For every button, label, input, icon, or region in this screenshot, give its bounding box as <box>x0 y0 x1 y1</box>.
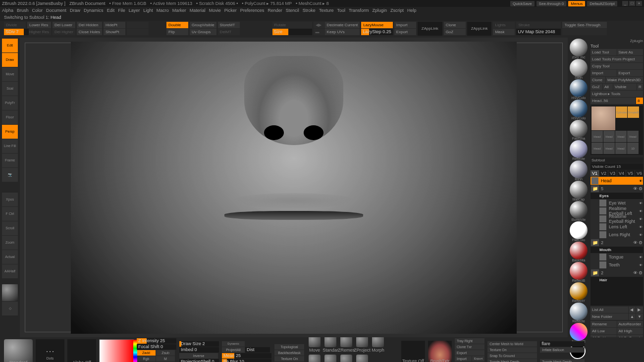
eye-icon[interactable]: 👁 <box>633 270 638 275</box>
vis-tab-v1[interactable]: V1 <box>590 170 599 176</box>
actual-button[interactable]: Actual <box>2 250 18 264</box>
subtool-item[interactable]: Realtime Eyeball Right👁 <box>590 215 643 223</box>
vis-tab-v4[interactable]: V4 <box>617 170 626 176</box>
tool-thumb[interactable]: Head <box>591 143 603 154</box>
eye-icon[interactable]: 👁 <box>639 256 643 259</box>
material-ball[interactable] <box>570 140 588 158</box>
eye-icon[interactable]: 👁 <box>639 263 643 267</box>
imbed-slider[interactable]: Imbed 0 <box>179 347 219 353</box>
maximize-icon[interactable]: □ <box>629 1 635 6</box>
material-ball[interactable] <box>570 282 588 300</box>
texture-on-button[interactable]: Texture On <box>274 356 304 362</box>
menu-alpha[interactable]: Alpha <box>2 8 13 13</box>
eye-icon[interactable]: 👁 <box>639 225 643 229</box>
subtool-folder[interactable]: 📁5👁⚙ <box>590 185 643 193</box>
floor-button[interactable]: Floor <box>2 110 18 124</box>
subtool-item[interactable]: Head👁 <box>590 177 643 185</box>
lazy-step-slider[interactable]: LazyStep 0.25 <box>361 29 393 35</box>
export-button[interactable]: Export <box>394 29 416 35</box>
hide-pt-button[interactable]: HidePt <box>104 22 125 28</box>
material-ball[interactable] <box>570 242 588 259</box>
backface-mask-button[interactable]: BackfaceMask <box>274 350 304 356</box>
flare-slider[interactable]: flare <box>540 341 585 347</box>
subtool-folder[interactable]: 📁2👁⚙ <box>590 239 643 247</box>
decimate-button[interactable]: Decimate Current <box>325 22 360 28</box>
focal-shift-slider[interactable]: Focal Shift 0 <box>137 344 176 350</box>
subtool-folder[interactable]: 📁2👁⚙ <box>590 269 643 277</box>
goz-tool-button[interactable]: GoZ <box>590 84 602 90</box>
del-lower-button[interactable]: Del Lower <box>53 22 75 28</box>
clone-txr-button[interactable]: Clone Txr <box>455 344 484 350</box>
close-icon[interactable]: × <box>636 1 642 6</box>
list-all-button[interactable]: List All <box>590 307 628 313</box>
xpos-button[interactable]: Xpos <box>2 193 18 207</box>
tool-thumb[interactable]: Head <box>615 131 627 142</box>
eye-icon[interactable]: 👁 <box>633 186 638 191</box>
show-pt-button[interactable]: ShowPt <box>104 29 125 35</box>
minimize-icon[interactable]: _ <box>622 1 628 6</box>
scroll-button[interactable]: Scroll <box>2 221 18 235</box>
cube-icon[interactable]: ◇ <box>2 302 18 315</box>
menus-button[interactable]: Menus <box>568 1 585 6</box>
material-ball[interactable] <box>570 120 588 138</box>
fctrl-button[interactable]: F Ctrl <box>2 207 18 221</box>
default-zscript-button[interactable]: DefaultZScript <box>587 1 617 6</box>
load-tool-button[interactable]: Load Tool <box>590 49 617 55</box>
brush-picker[interactable]: Standard <box>4 339 33 362</box>
material-ball[interactable] <box>570 39 588 56</box>
menu-zplugin[interactable]: Zplugin <box>373 8 387 13</box>
menu-marker[interactable]: Marker <box>172 8 186 13</box>
dist-slider[interactable]: Dist 0.0035 <box>245 347 270 353</box>
del-hidden-button[interactable]: Del Hidden <box>77 22 102 28</box>
copy-tool-button[interactable]: Copy Tool <box>590 63 643 69</box>
menu-movie[interactable]: Movie <box>209 8 221 13</box>
texture-off-picker[interactable]: Texture Off <box>401 341 425 362</box>
viewport[interactable] <box>20 38 568 337</box>
menu-color[interactable]: Color <box>32 8 43 13</box>
import-tool-button[interactable]: Import <box>590 70 617 76</box>
material-ball[interactable] <box>570 79 588 97</box>
uv-map-size-slider[interactable]: UV Map Size 2048 <box>516 29 561 35</box>
menu-stencil[interactable]: Stencil <box>286 8 299 13</box>
texture-on-button-2[interactable]: Texture On <box>487 347 537 353</box>
tool-thumb[interactable]: Head <box>627 131 639 142</box>
project-all-button[interactable]: ProjectAll <box>222 347 245 353</box>
tool-thumb[interactable]: Head <box>591 131 603 142</box>
scale-button[interactable]: Scal <box>2 82 18 96</box>
export-texture-button[interactable]: Export <box>455 350 484 356</box>
zapplink-button-2[interactable]: ZAppLink <box>467 22 492 36</box>
quicksave-button[interactable]: QuickSave <box>510 1 535 6</box>
import-texture-button[interactable]: Import <box>455 356 472 362</box>
size-slider[interactable]: Size <box>272 29 312 35</box>
subtool-item[interactable]: Tongue👁 <box>590 253 643 261</box>
mean-slider[interactable]: Mean 25 <box>222 353 271 359</box>
zadd-button[interactable]: Zadd <box>137 350 156 356</box>
material-ball[interactable] <box>570 201 588 219</box>
z-intensity-slider[interactable]: Z Intensity 25 <box>137 338 176 344</box>
export-tool-button[interactable]: Export <box>617 70 644 76</box>
toggle-mask-depth-button-2[interactable]: Toggle Mask Depth <box>540 359 585 362</box>
draw-size-slider[interactable]: Draw Size 2 <box>179 341 219 347</box>
all-high-button[interactable]: All High <box>617 328 644 334</box>
rename-button[interactable]: Rename <box>590 321 617 327</box>
vis-tab-v5[interactable]: V5 <box>626 170 635 176</box>
lazy-mouse-button[interactable]: LazyMouse <box>361 22 393 28</box>
menu-file[interactable]: File <box>118 8 125 13</box>
material-ball[interactable] <box>570 221 588 239</box>
menu-draw[interactable]: Draw <box>70 8 80 13</box>
material-sphere-icon[interactable] <box>2 284 18 301</box>
flatten-icon[interactable]: Flatten <box>339 353 354 362</box>
tool-thumb[interactable]: 10 <box>627 143 639 154</box>
menu-texture[interactable]: Texture <box>319 8 334 13</box>
alpha-picker[interactable]: Alpha Off <box>67 339 96 362</box>
auto-reorder-button[interactable]: AutoReorder <box>617 321 644 327</box>
material-ball[interactable] <box>570 262 588 280</box>
zsub-button[interactable]: Zsub <box>156 350 175 356</box>
head-count-slider[interactable]: Head..56 <box>590 98 636 104</box>
polyframe-button[interactable]: PolyFr <box>2 96 18 110</box>
store-mt-button[interactable]: StoreMT <box>218 22 240 28</box>
goz-button[interactable]: GoZ <box>444 29 466 35</box>
aahalf-button[interactable]: AAHalf <box>2 264 18 278</box>
center-mesh-button[interactable]: Center Mesh to World <box>487 341 537 347</box>
toggle-see-through-button[interactable]: Toggle See-Through <box>562 22 607 28</box>
